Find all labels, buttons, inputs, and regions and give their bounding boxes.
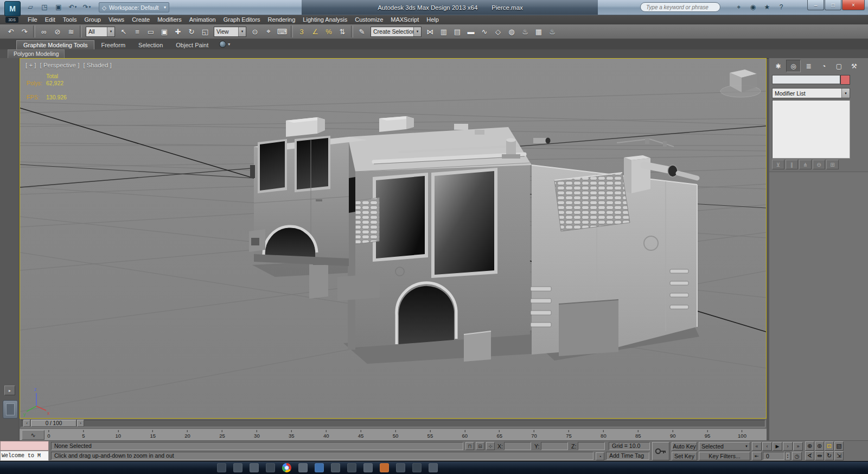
chevron-down-icon[interactable]: ▾ xyxy=(841,89,850,98)
render-setup-icon[interactable]: ♨ xyxy=(519,25,532,38)
key-filters-button[interactable]: Key Filters... xyxy=(699,452,750,460)
search-box[interactable] xyxy=(640,2,720,12)
absolute-offset-toggle[interactable]: ⊟ xyxy=(476,442,484,450)
rectangular-selection-region-icon[interactable]: ▭ xyxy=(144,25,157,38)
menu-item-graph-editors[interactable]: Graph Editors xyxy=(220,15,264,24)
motion-tab-icon[interactable]: ◔ xyxy=(816,60,831,72)
mini-curve-editor-button[interactable]: ∿ xyxy=(22,430,44,440)
fire-truck-model[interactable] xyxy=(249,116,697,362)
selection-lock-toggle[interactable]: ⊓ xyxy=(465,442,474,450)
taskbar-app-2[interactable] xyxy=(233,463,242,472)
show-end-result-button[interactable]: ∥ xyxy=(786,160,798,169)
maxscript-mini-listener[interactable]: Welcome to M xyxy=(0,451,49,461)
schematic-view-icon[interactable]: ◇ xyxy=(492,25,505,38)
select-by-name-icon[interactable]: ≡ xyxy=(131,25,144,38)
key-selection-dropdown[interactable]: Selected ▾ xyxy=(699,442,750,451)
key-mode-toggle-button[interactable]: ⇤ xyxy=(752,452,762,460)
select-object-icon[interactable]: ↖ xyxy=(117,25,130,38)
search-icon[interactable]: ⌖ xyxy=(733,2,744,12)
workspace-dropdown[interactable]: ◇ Workspace: Default ▾ xyxy=(99,2,169,12)
ribbon-tab-freeform[interactable]: Freeform xyxy=(94,41,132,49)
material-editor-icon[interactable]: ◍ xyxy=(505,25,518,38)
taskbar-app-10[interactable] xyxy=(363,463,373,472)
communication-center-icon[interactable]: ◉ xyxy=(748,2,758,12)
unlink-selection-icon[interactable]: ⊘ xyxy=(51,25,64,38)
set-key-button[interactable]: Set Key xyxy=(672,452,697,460)
zoom-button[interactable]: ⊕ xyxy=(805,441,814,451)
field-of-view-button[interactable]: ∢ xyxy=(805,451,814,460)
remove-modifier-button[interactable]: ⊖ xyxy=(813,160,825,169)
chevron-down-icon[interactable]: ▾ xyxy=(743,444,750,448)
modifier-list-dropdown[interactable]: Modifier List ▾ xyxy=(772,88,850,98)
viewport-layout-tab[interactable] xyxy=(3,400,18,419)
minimize-button[interactable]: – xyxy=(807,0,824,10)
save-file-icon[interactable]: ▣ xyxy=(52,2,65,12)
next-frame-button[interactable]: › xyxy=(783,442,793,451)
window-crossing-toggle-icon[interactable]: ▣ xyxy=(158,25,171,38)
maximize-viewport-toggle-button[interactable]: ⇲ xyxy=(834,451,844,460)
menu-item-customize[interactable]: Customize xyxy=(351,15,387,24)
graphite-ribbon-toggle-icon[interactable]: ▬ xyxy=(464,25,477,38)
align-icon[interactable]: ▥ xyxy=(437,25,450,38)
spinner-down-icon[interactable]: ▾ xyxy=(787,456,789,459)
set-keys-button[interactable] xyxy=(652,442,669,460)
zoom-region-button[interactable]: ▧ xyxy=(834,441,844,451)
ribbon-menu-icon[interactable] xyxy=(219,41,226,48)
menu-item-lighting-analysis[interactable]: Lighting Analysis xyxy=(299,15,351,24)
chevron-down-icon[interactable]: ▾ xyxy=(228,42,230,47)
time-slider-handle[interactable]: ‹ 0 / 100 › xyxy=(23,420,84,427)
reference-coordinate-system-dropdown[interactable]: View▾ xyxy=(214,27,246,37)
time-slider-value[interactable]: 0 / 100 xyxy=(31,420,76,427)
redo-icon[interactable]: ↷ xyxy=(18,25,31,38)
select-and-manipulate-icon[interactable]: ⌖ xyxy=(262,25,275,38)
select-and-move-icon[interactable]: ✚ xyxy=(171,25,184,38)
ribbon-tab-object-paint[interactable]: Object Paint xyxy=(169,41,215,49)
mirror-icon[interactable]: ⋈ xyxy=(424,25,437,38)
go-to-start-button[interactable]: « xyxy=(752,442,762,451)
taskbar-app-1[interactable] xyxy=(217,463,226,472)
select-and-scale-icon[interactable]: ◱ xyxy=(199,25,212,38)
menu-item-file[interactable]: File xyxy=(24,15,41,24)
utilities-tab-icon[interactable]: ⚒ xyxy=(847,60,861,72)
menu-item-help[interactable]: Help xyxy=(423,15,443,24)
curve-editor-icon[interactable]: ∿ xyxy=(478,25,491,38)
new-scene-icon[interactable]: ▱ xyxy=(24,2,37,12)
layer-manager-icon[interactable]: ▤ xyxy=(451,25,464,38)
selection-filter-dropdown[interactable]: All▾ xyxy=(86,27,115,37)
time-slider[interactable]: ‹ 0 / 100 › xyxy=(20,419,767,428)
menu-item-rendering[interactable]: Rendering xyxy=(264,15,299,24)
select-and-rotate-icon[interactable]: ↻ xyxy=(185,25,198,38)
z-coordinate-field[interactable] xyxy=(578,442,605,450)
transform-type-in-icon[interactable]: ⊹ xyxy=(486,442,495,450)
undo-icon[interactable]: ↶ xyxy=(4,25,17,38)
add-time-tag-field[interactable]: Add Time Tag xyxy=(606,452,649,460)
render-production-icon[interactable]: ♨ xyxy=(546,25,559,38)
create-tab-icon[interactable]: ✱ xyxy=(771,60,786,72)
ribbon-tab-selection[interactable]: Selection xyxy=(132,41,169,49)
undo-dropdown-icon[interactable]: ↶▾ xyxy=(66,2,79,12)
time-slider-track[interactable] xyxy=(21,420,765,427)
next-frame-arrow[interactable]: › xyxy=(77,420,84,427)
previous-frame-button[interactable]: ‹ xyxy=(762,442,772,451)
selection-status-field[interactable]: None Selected xyxy=(51,442,463,450)
taskbar-app-12[interactable] xyxy=(396,463,405,472)
frame-spinner[interactable]: ▴ ▾ xyxy=(785,452,790,460)
menu-item-modifiers[interactable]: Modifiers xyxy=(154,15,186,24)
time-configuration-button[interactable]: ◷ xyxy=(792,452,802,460)
time-tag-icon[interactable]: ◔ xyxy=(596,452,604,460)
viewport-general-menu[interactable]: [ + ] xyxy=(25,62,36,68)
spinner-snap-toggle-icon[interactable]: ⇅ xyxy=(336,25,349,38)
y-coordinate-field[interactable] xyxy=(541,442,568,450)
rendered-frame-window-icon[interactable]: ▦ xyxy=(532,25,545,38)
expand-toolbar-button[interactable]: ▸ xyxy=(4,385,15,395)
view-cube[interactable] xyxy=(720,69,761,97)
maximize-button[interactable]: □ xyxy=(825,0,841,10)
menu-item-maxscript[interactable]: MAXScript xyxy=(387,15,423,24)
close-button[interactable]: × xyxy=(842,0,865,10)
menu-item-views[interactable]: Views xyxy=(105,15,128,24)
track-bar[interactable]: ∿ 05101520253035404550556065707580859095… xyxy=(20,428,767,440)
taskbar-app-9[interactable] xyxy=(347,463,356,472)
search-input[interactable] xyxy=(645,4,716,11)
chevron-down-icon[interactable]: ▾ xyxy=(107,27,114,36)
taskbar-app-11[interactable] xyxy=(380,463,389,472)
